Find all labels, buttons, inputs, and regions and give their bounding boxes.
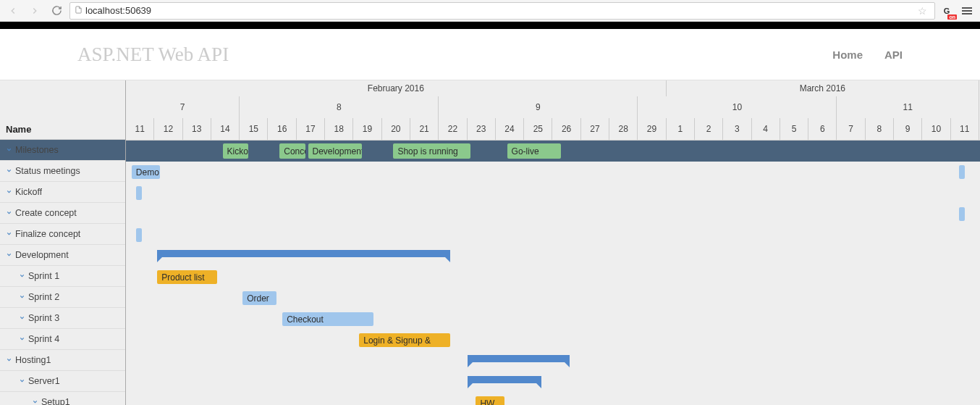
timeline-cell: 9 — [439, 96, 638, 118]
group-bar[interactable] — [468, 376, 541, 383]
row-label[interactable]: Development — [15, 250, 69, 260]
expander-icon[interactable] — [6, 230, 12, 238]
forward-button[interactable] — [26, 2, 43, 20]
timeline-cell: 18 — [325, 118, 353, 140]
timeline-cell: 29 — [638, 118, 666, 140]
timeline-cell: 17 — [297, 118, 325, 140]
task-bar[interactable]: Demo — [132, 165, 160, 179]
timeline-cell: 6 — [808, 118, 837, 140]
task-bar[interactable]: Order — [242, 291, 276, 305]
expander-icon[interactable] — [6, 356, 12, 364]
timeline-cell: 13 — [183, 118, 211, 140]
row-label[interactable]: Hosting1 — [15, 355, 51, 365]
back-button[interactable] — [4, 2, 22, 20]
nav-home[interactable]: Home — [832, 49, 863, 61]
timeline-cell: 19 — [353, 118, 381, 140]
group-bar[interactable] — [468, 355, 570, 362]
gantt-chart: Name MilestonesStatus meetingsKickoffCre… — [0, 80, 980, 405]
row-label[interactable]: Setup1 — [41, 397, 70, 405]
row-label[interactable]: Sprint 1 — [28, 271, 59, 281]
expander-icon[interactable] — [19, 377, 25, 385]
milestone-bar[interactable]: Shop is running — [393, 143, 470, 159]
timeline-cell: 16 — [268, 118, 296, 140]
bookmark-star-icon[interactable]: ☆ — [915, 5, 930, 17]
timeline-cell: February 2016 — [126, 80, 667, 96]
url-bar[interactable]: ☆ — [69, 2, 935, 20]
expander-icon[interactable] — [19, 293, 25, 301]
timeline-cell: 26 — [552, 118, 580, 140]
timeline-cell: March 2016 — [667, 80, 979, 96]
timeline-cell: 9 — [894, 118, 922, 140]
reload-button[interactable] — [48, 2, 65, 20]
timeline-cell: 3 — [723, 118, 751, 140]
expander-icon[interactable] — [19, 314, 25, 322]
timeline-cell: 8 — [240, 96, 439, 118]
task-bar[interactable]: Product list — [157, 270, 217, 284]
timeline-cell: 23 — [468, 118, 496, 140]
browser-menu-button[interactable] — [958, 2, 976, 20]
milestone-bar[interactable]: Concept — [279, 143, 305, 159]
timeline-cell: 25 — [524, 118, 552, 140]
timeline-cell: 20 — [382, 118, 410, 140]
expander-icon[interactable] — [6, 209, 12, 217]
page-icon — [75, 5, 83, 17]
row-label[interactable]: Kickoff — [15, 187, 42, 197]
gantt-timeline[interactable]: February 2016March 201678910111112131415… — [126, 80, 980, 405]
row-label[interactable]: Sprint 2 — [28, 292, 59, 302]
row-label[interactable]: Milestones — [15, 145, 59, 155]
nav-links: HomeAPI — [832, 49, 903, 61]
timeline-row: HW — [126, 393, 980, 405]
expander-icon[interactable] — [6, 167, 12, 175]
timeline-cell: 22 — [439, 118, 467, 140]
expander-icon[interactable] — [6, 251, 12, 259]
task-bar[interactable]: Checkout — [282, 312, 373, 326]
row-label[interactable]: Sprint 4 — [28, 334, 59, 344]
nav-api[interactable]: API — [884, 49, 903, 61]
expander-icon[interactable] — [19, 335, 25, 343]
timeline-row: Login & Signup & — [126, 330, 980, 351]
timeline-header: February 2016March 201678910111112131415… — [126, 80, 980, 141]
timeline-row — [126, 183, 980, 204]
row-label[interactable]: Server1 — [28, 376, 60, 386]
extension-icon[interactable]: Gon — [939, 4, 954, 18]
expander-icon[interactable] — [32, 398, 38, 406]
timeline-cell: 2 — [695, 118, 723, 140]
timeline-cell: 27 — [581, 118, 609, 140]
row-label[interactable]: Status meetings — [15, 166, 80, 176]
timeline-row: Order — [126, 288, 980, 309]
task-bar[interactable] — [136, 186, 142, 200]
expander-icon[interactable] — [19, 272, 25, 280]
milestone-bar[interactable]: Development — [308, 143, 363, 159]
browser-toolbar: ☆ Gon — [0, 0, 980, 22]
timeline-row: Checkout — [126, 309, 980, 330]
group-bar[interactable] — [157, 250, 450, 257]
task-bar[interactable] — [959, 207, 965, 221]
timeline-row: KickoffConceptDevelopmentShop is running… — [126, 141, 980, 162]
row-label[interactable]: Sprint 3 — [28, 313, 59, 323]
milestone-bar[interactable]: Go-live — [507, 143, 562, 159]
url-input[interactable] — [85, 5, 912, 16]
task-bar[interactable]: Login & Signup & — [359, 333, 450, 347]
name-column-header: Name — [0, 80, 125, 140]
timeline-cell: 8 — [866, 118, 894, 140]
timeline-row: Product list — [126, 267, 980, 288]
row-label[interactable]: Finalize concept — [15, 229, 80, 239]
milestone-bar[interactable]: Kickoff — [223, 143, 248, 159]
timeline-cell: 5 — [780, 118, 808, 140]
timeline-row — [126, 372, 980, 393]
task-bar[interactable] — [136, 228, 142, 242]
timeline-cell: 11 — [951, 118, 979, 140]
task-bar[interactable] — [959, 165, 965, 179]
expander-icon[interactable] — [6, 188, 12, 196]
timeline-cell: 24 — [496, 118, 524, 140]
timeline-row — [126, 204, 980, 225]
task-bar[interactable]: HW — [476, 396, 504, 405]
timeline-cell: 12 — [154, 118, 182, 140]
expander-icon[interactable] — [6, 146, 12, 154]
row-label[interactable]: Create concept — [15, 208, 77, 218]
timeline-cell: 10 — [638, 96, 837, 118]
timeline-cell: 7 — [126, 96, 240, 118]
brand-title: ASP.NET Web API — [77, 43, 229, 66]
timeline-row — [126, 246, 980, 267]
timeline-cell: 11 — [126, 118, 154, 140]
